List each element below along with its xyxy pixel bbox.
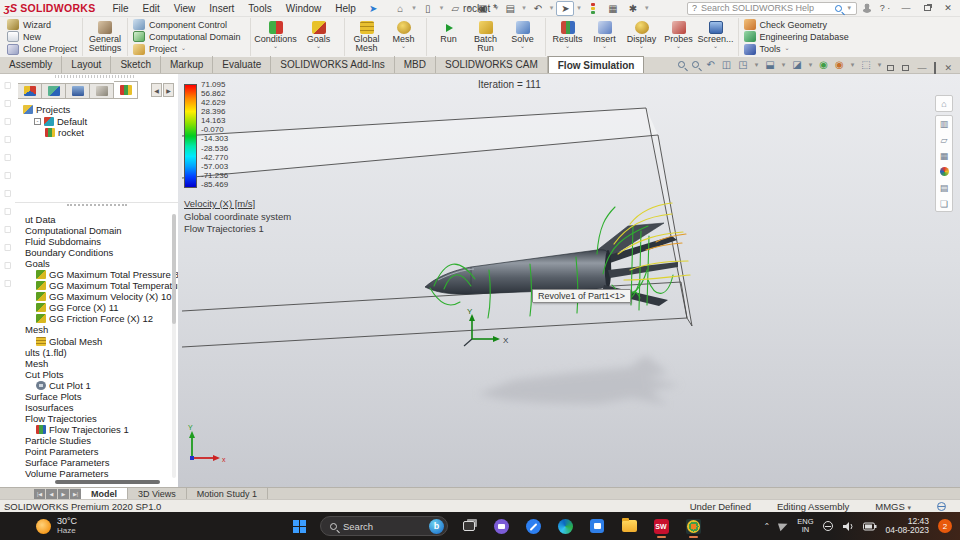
ribbon-button[interactable]: Screen... — [699, 19, 733, 55]
user-account-icon[interactable] — [862, 3, 872, 13]
tree-horizontal-scrollbar[interactable] — [55, 480, 160, 484]
taskbar-search[interactable]: Search b — [320, 516, 448, 536]
dropdown-caret-icon[interactable] — [785, 46, 790, 52]
edge-button[interactable] — [554, 514, 576, 538]
start-button[interactable] — [288, 514, 310, 538]
ribbon-button[interactable]: Global Mesh — [350, 19, 384, 55]
toolbar-icon[interactable]: ◻ — [4, 260, 11, 270]
tree-item[interactable]: Mesh — [25, 324, 194, 335]
taskbar-weather-widget[interactable]: 30°C Haze — [0, 517, 77, 535]
tree-item[interactable]: Flow Trajectories 1 — [25, 424, 194, 435]
battery-icon[interactable] — [863, 522, 877, 531]
commandmanager-tab[interactable]: MBD — [395, 56, 436, 73]
panel-splitter[interactable] — [15, 202, 178, 207]
menu-item[interactable]: File — [105, 0, 135, 17]
document-tab[interactable]: Motion Study 1 — [187, 488, 268, 499]
ribbon-button[interactable]: Tools — [744, 44, 853, 55]
taskbar-clock[interactable]: 12:4304-08-2023 — [886, 517, 929, 536]
dropdown-caret-icon[interactable]: ▾ — [440, 4, 444, 12]
chat-app-button[interactable] — [490, 514, 512, 538]
toolbar-icon[interactable]: ◻ — [4, 242, 11, 252]
previous-view-icon[interactable]: ↶ — [706, 60, 714, 70]
search-icon[interactable] — [835, 5, 842, 12]
first-sheet-icon[interactable]: |◀ — [34, 489, 45, 499]
commandmanager-tab[interactable]: Evaluate — [213, 56, 271, 73]
doc-minimize-button[interactable]: — — [917, 63, 926, 73]
pane-left-icon[interactable] — [887, 65, 894, 71]
view-palette-icon[interactable]: ▦ — [937, 149, 951, 162]
new-document-icon[interactable]: ▯ — [419, 1, 437, 16]
dropdown-caret-icon[interactable] — [713, 44, 718, 50]
tree-item[interactable]: Mesh — [25, 358, 194, 369]
tree-item[interactable]: GG Maximum Total Pressure 8 — [25, 269, 194, 280]
dropdown-caret-icon[interactable] — [401, 44, 406, 50]
toolbar-icon[interactable]: ◻ — [4, 224, 11, 234]
tree-item[interactable]: Isosurfaces — [25, 402, 194, 413]
toolbar-icon[interactable]: ◻ — [4, 278, 11, 288]
view-orientation-icon[interactable]: ⬓ — [765, 60, 774, 70]
toolbar-icon[interactable]: ◻ — [4, 188, 11, 198]
ribbon-button[interactable]: Solve — [506, 19, 540, 55]
menu-item[interactable]: View — [167, 0, 203, 17]
display-style-icon[interactable]: ◪ — [792, 60, 801, 70]
doc-close-button[interactable]: ✕ — [944, 63, 952, 73]
dropdown-caret-icon[interactable] — [273, 44, 278, 50]
ribbon-button[interactable]: New — [7, 31, 77, 42]
custom-properties-icon[interactable]: ▤ — [937, 181, 951, 194]
display-settings-icon[interactable]: ▦ — [604, 1, 622, 16]
tabs-scroll-right-icon[interactable]: ▶ — [163, 83, 174, 97]
help-icon[interactable]: ? · — [877, 1, 893, 15]
appearance-icon[interactable]: ◉ — [835, 60, 844, 70]
commandmanager-tab[interactable]: Sketch — [111, 56, 161, 73]
next-sheet-icon[interactable]: ▶ — [58, 489, 69, 499]
commandmanager-tab[interactable]: Flow Simulation — [548, 56, 645, 73]
zoom-fit-icon[interactable] — [678, 61, 685, 68]
dropdown-caret-icon[interactable]: ▾ — [550, 4, 554, 12]
dropdown-caret-icon[interactable]: ▾ — [577, 4, 581, 12]
file-explorer-icon[interactable]: ▱ — [937, 133, 951, 146]
zoom-area-icon[interactable] — [692, 61, 699, 68]
store-button[interactable] — [586, 514, 608, 538]
tree-panel-tab[interactable] — [90, 83, 114, 99]
options-icon[interactable]: ✱ — [624, 1, 642, 16]
hidden-icons-chevron[interactable]: ⌃ — [764, 522, 771, 531]
design-library-icon[interactable]: ▥ — [937, 117, 951, 130]
tree-item[interactable]: Cut Plot 1 — [25, 380, 194, 391]
network-icon[interactable] — [823, 521, 833, 531]
pane-right-icon[interactable] — [902, 65, 909, 71]
tree-item[interactable]: Volume Parameters — [25, 468, 194, 479]
tray-app-icon[interactable] — [778, 521, 789, 531]
tree-item[interactable]: rocket — [23, 127, 87, 139]
ribbon-button[interactable]: Results — [551, 19, 585, 55]
ribbon-button[interactable]: Mesh — [387, 19, 421, 55]
home-icon[interactable]: ⌂ — [937, 97, 951, 110]
tree-item[interactable]: Cut Plots — [25, 369, 194, 380]
tree-item[interactable]: Surface Parameters — [25, 457, 194, 468]
tree-item[interactable]: Fluid Subdomains — [25, 236, 194, 247]
dropdown-caret-icon[interactable]: ▾ — [522, 4, 526, 12]
file-explorer-button[interactable] — [618, 514, 640, 538]
ribbon-button[interactable]: Engineering Database — [744, 31, 853, 42]
tree-item[interactable]: GG Maximum Total Temperature 9 — [25, 280, 194, 291]
menu-item[interactable]: Edit — [136, 0, 167, 17]
commandmanager-tab[interactable]: Layout — [62, 56, 111, 73]
tree-item[interactable]: Point Parameters — [25, 446, 194, 457]
tree-item[interactable]: Flow Trajectories — [25, 413, 194, 424]
view-settings-icon[interactable]: ⬚ — [861, 60, 870, 70]
dropdown-caret-icon[interactable]: ▾ — [847, 4, 851, 12]
solidworks-app-button[interactable]: SW — [650, 514, 672, 538]
graphics-viewport[interactable]: Y X Y x Iteration = 111 — [178, 74, 960, 487]
tree-item[interactable]: Computational Domain — [25, 225, 194, 236]
toolbar-icon[interactable]: ◻ — [4, 206, 11, 216]
forum-icon[interactable]: ❏ — [937, 197, 951, 210]
appearances-icon[interactable] — [937, 165, 951, 178]
minimize-button[interactable]: — — [898, 1, 914, 15]
print-icon[interactable]: ▤ — [501, 1, 519, 16]
ribbon-button[interactable]: Goals — [299, 19, 339, 55]
expander-icon[interactable]: - — [34, 118, 41, 125]
tree-item[interactable]: GG Friction Force (X) 12 — [25, 313, 194, 324]
ribbon-button[interactable]: Computational Domain — [133, 31, 245, 42]
units-selector[interactable]: MMGS ▾ — [875, 501, 911, 512]
tree-panel-tab[interactable] — [66, 83, 90, 99]
home-icon[interactable]: ⌂ — [391, 1, 409, 16]
